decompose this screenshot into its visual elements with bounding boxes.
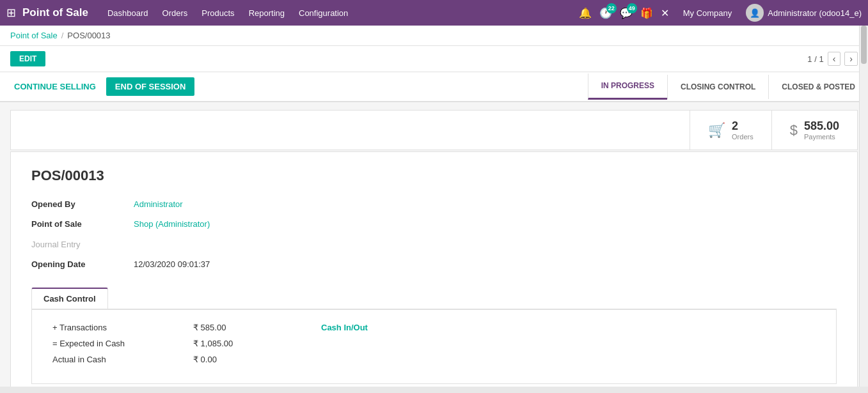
orders-label: Orders — [732, 133, 754, 141]
opened-by-label: Opened By — [31, 197, 134, 212]
user-menu[interactable]: 👤 Administrator (odoo14_e) — [746, 4, 862, 22]
cash-in-out-link[interactable]: Cash In/Out — [321, 323, 368, 332]
clock-badge: 22 — [606, 3, 617, 13]
opened-by-value[interactable]: Administrator — [134, 197, 837, 212]
avatar: 👤 — [746, 4, 764, 22]
breadcrumb: Point of Sale / POS/00013 — [0, 26, 868, 46]
payments-value: 585.00 — [804, 119, 839, 133]
chat-badge: 49 — [627, 3, 637, 13]
horizontal-scrollbar[interactable] — [0, 387, 868, 393]
top-navigation: ⊞ Point of Sale Dashboard Orders Product… — [0, 0, 868, 26]
cash-control-section: + Transactions ₹ 585.00 = Expected in Ca… — [31, 310, 837, 384]
actual-value: ₹ 0.00 — [193, 355, 257, 364]
transactions-value: ₹ 585.00 — [193, 323, 257, 332]
summary-card: 🛒 2 Orders $ 585.00 Payments — [10, 110, 858, 150]
cash-rows: + Transactions ₹ 585.00 = Expected in Ca… — [52, 323, 257, 371]
orders-stat: 🛒 2 Orders — [690, 111, 771, 150]
cash-in-out-container: Cash In/Out — [296, 323, 368, 332]
tab-closing-control[interactable]: CLOSING CONTROL — [667, 75, 768, 99]
session-tabs-bar: CONTINUE SELLING END OF SESSION IN PROGR… — [0, 72, 868, 102]
cart-icon: 🛒 — [708, 122, 725, 139]
detail-card: POS/00013 Opened By Administrator Point … — [10, 151, 858, 393]
dollar-icon: $ — [790, 122, 798, 139]
journal-entry-value — [134, 237, 837, 252]
menu-reporting[interactable]: Reporting — [249, 8, 285, 18]
grid-icon[interactable]: ⊞ — [6, 6, 16, 20]
vertical-scrollbar[interactable] — [859, 26, 868, 387]
cash-control-content: + Transactions ₹ 585.00 = Expected in Ca… — [52, 323, 816, 371]
orders-stat-text: 2 Orders — [732, 119, 754, 141]
main-content: 🛒 2 Orders $ 585.00 Payments POS/00013 O… — [0, 102, 868, 393]
pagination: 1 / 1 ‹ › — [807, 52, 858, 66]
payments-label: Payments — [804, 133, 839, 141]
inner-tabs: Cash Control — [31, 288, 837, 310]
tab-cash-control[interactable]: Cash Control — [31, 288, 108, 309]
journal-entry-label: Journal Entry — [31, 237, 134, 252]
clock-icon[interactable]: 🕐 22 — [599, 7, 612, 19]
tab-closed-posted[interactable]: CLOSED & POSTED — [768, 75, 868, 99]
topnav-icons: 🔔 🕐 22 💬 49 🎁 ✕ My Company 👤 Administrat… — [579, 4, 862, 22]
cash-row-transactions: + Transactions ₹ 585.00 — [52, 323, 257, 332]
pagination-text: 1 / 1 — [807, 54, 823, 64]
pos-session-id: POS/00013 — [31, 167, 837, 184]
scrollbar-thumb[interactable] — [861, 26, 867, 64]
menu-dashboard[interactable]: Dashboard — [107, 8, 148, 18]
chat-icon[interactable]: 💬 49 — [620, 7, 633, 19]
toolbar: EDIT 1 / 1 ‹ › — [0, 46, 868, 72]
menu-orders[interactable]: Orders — [162, 8, 188, 18]
menu-products[interactable]: Products — [201, 8, 234, 18]
point-of-sale-label: Point of Sale — [31, 217, 134, 231]
session-info-grid: Opened By Administrator Point of Sale Sh… — [31, 197, 837, 272]
username: Administrator (odoo14_e) — [768, 8, 862, 18]
expected-label: = Expected in Cash — [52, 339, 193, 348]
tab-in-progress[interactable]: IN PROGRESS — [588, 73, 667, 100]
cash-row-actual: Actual in Cash ₹ 0.00 — [52, 355, 257, 364]
app-title: Point of Sale — [22, 6, 88, 19]
menu-configuration[interactable]: Configuration — [299, 8, 348, 18]
breadcrumb-parent[interactable]: Point of Sale — [10, 31, 58, 40]
point-of-sale-value[interactable]: Shop (Administrator) — [134, 217, 837, 231]
company-name: My Company — [683, 8, 732, 18]
transactions-label: + Transactions — [52, 323, 193, 332]
notification-bell-icon[interactable]: 🔔 — [579, 7, 592, 19]
breadcrumb-current: POS/00013 — [67, 31, 110, 40]
close-icon[interactable]: ✕ — [661, 7, 669, 19]
orders-count: 2 — [732, 119, 754, 133]
session-actions: CONTINUE SELLING END OF SESSION — [0, 72, 588, 101]
payments-stat: $ 585.00 Payments — [771, 111, 857, 150]
opening-date-label: Opening Date — [31, 257, 134, 272]
pagination-prev[interactable]: ‹ — [828, 52, 841, 66]
main-menu: Dashboard Orders Products Reporting Conf… — [107, 8, 579, 18]
opening-date-value: 12/03/2020 09:01:37 — [134, 257, 837, 272]
continue-selling-button[interactable]: CONTINUE SELLING — [8, 78, 102, 95]
session-status-tabs: IN PROGRESS CLOSING CONTROL CLOSED & POS… — [588, 73, 868, 100]
expected-value: ₹ 1,085.00 — [193, 339, 257, 348]
breadcrumb-separator: / — [61, 31, 64, 40]
payments-stat-text: 585.00 Payments — [804, 119, 839, 141]
edit-button[interactable]: EDIT — [10, 51, 45, 66]
actual-label: Actual in Cash — [52, 355, 193, 364]
cash-row-expected: = Expected in Cash ₹ 1,085.00 — [52, 339, 257, 348]
pagination-next[interactable]: › — [844, 52, 858, 66]
end-session-button[interactable]: END OF SESSION — [106, 77, 195, 96]
gift-icon[interactable]: 🎁 — [640, 7, 653, 19]
